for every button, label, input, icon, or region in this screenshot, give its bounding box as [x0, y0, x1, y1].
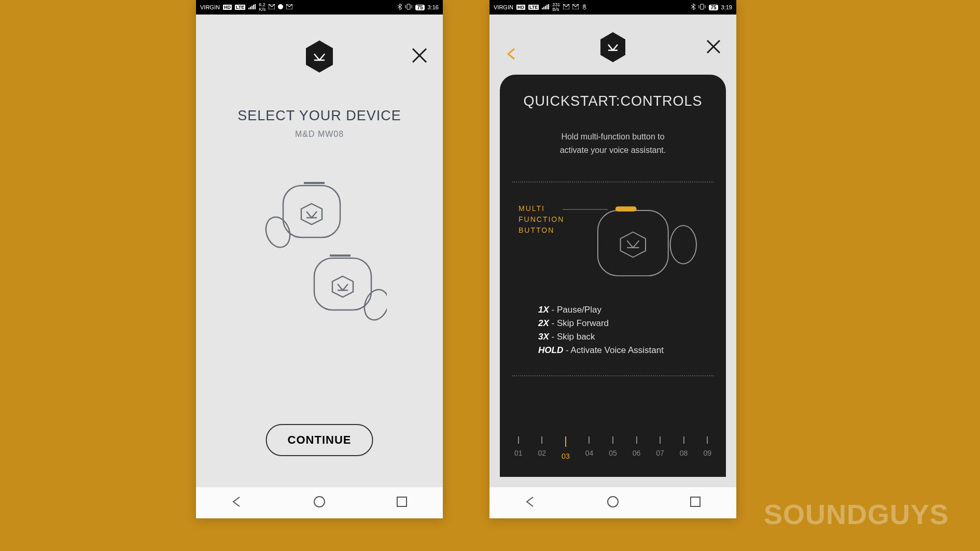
- continue-button[interactable]: CONTINUE: [266, 424, 373, 456]
- control-key: 2X: [538, 318, 549, 328]
- battery-level: 75: [709, 5, 718, 10]
- nav-home-button[interactable]: [606, 495, 620, 511]
- hand-icon: [582, 4, 587, 11]
- svg-rect-14: [598, 210, 668, 276]
- card-description: Hold multi-function button to activate y…: [560, 130, 666, 157]
- back-button[interactable]: [504, 47, 519, 63]
- status-left-cluster: VIRGIN HD LTE 231 B/s: [494, 3, 587, 12]
- svg-rect-11: [701, 4, 704, 9]
- divider: [512, 375, 713, 376]
- network-speed: 6.2 K/s: [259, 3, 265, 12]
- desc-line-1: Hold multi-function button to: [561, 132, 664, 141]
- hd-badge: HD: [516, 5, 525, 10]
- page-title: SELECT YOUR DEVICE: [196, 108, 443, 124]
- network-badge: LTE: [528, 5, 539, 10]
- page-label: 05: [609, 449, 617, 457]
- control-action: Skip back: [557, 332, 595, 342]
- clock-time: 3:16: [428, 4, 439, 10]
- nav-recent-button[interactable]: [689, 495, 702, 511]
- control-key: 1X: [538, 305, 549, 315]
- app-content: SELECT YOUR DEVICE M&D MW08: [196, 15, 443, 487]
- nav-back-button[interactable]: [524, 495, 537, 511]
- svg-marker-5: [301, 204, 322, 224]
- carrier-label: VIRGIN: [494, 4, 513, 10]
- gmail-icon: [572, 4, 579, 10]
- chat-icon: [278, 4, 283, 10]
- page-indicator-07[interactable]: 07: [656, 436, 664, 460]
- device-name: M&D MW08: [196, 130, 443, 139]
- page-label: 09: [703, 449, 711, 457]
- nav-home-button[interactable]: [313, 495, 326, 511]
- control-action: Skip Forward: [557, 318, 609, 328]
- status-right-cluster: 75 3:19: [691, 4, 732, 11]
- mfb-l3: BUTTON: [519, 226, 554, 234]
- svg-point-15: [670, 225, 696, 264]
- controls-list: 1X - Pause/Play 2X - Skip Forward 3X - S…: [512, 302, 713, 359]
- carrier-label: VIRGIN: [200, 4, 220, 10]
- card-title: QUICKSTART:CONTROLS: [523, 93, 702, 109]
- page-label: 04: [585, 449, 594, 457]
- hd-badge: HD: [223, 5, 232, 10]
- status-right-cluster: 75 3:16: [398, 4, 439, 11]
- control-action: Activate Voice Assistant: [570, 345, 664, 355]
- control-row: 2X - Skip Forward: [538, 318, 713, 329]
- battery-level: 75: [415, 5, 424, 10]
- svg-point-4: [262, 214, 294, 250]
- speed-unit: K/s: [259, 7, 265, 12]
- page-indicator-08[interactable]: 08: [680, 436, 688, 460]
- page-indicator-04[interactable]: 04: [585, 436, 594, 460]
- signal-icon: [542, 4, 549, 10]
- page-indicator-03[interactable]: 03: [562, 436, 570, 460]
- svg-rect-1: [407, 4, 410, 9]
- svg-rect-10: [397, 497, 407, 506]
- divider: [512, 181, 713, 182]
- multi-function-button-label: MULTI FUNCTION BUTTON: [519, 203, 564, 236]
- signal-icon: [248, 4, 256, 10]
- page-label: 02: [538, 449, 547, 457]
- page-label: 07: [656, 449, 664, 457]
- control-row: 3X - Skip back: [538, 332, 713, 342]
- mfb-l2: FUNCTION: [519, 215, 564, 223]
- nav-recent-button[interactable]: [395, 495, 409, 511]
- quickstart-card: QUICKSTART:CONTROLS Hold multi-function …: [500, 75, 726, 477]
- svg-rect-6: [314, 258, 371, 310]
- close-button[interactable]: [705, 38, 722, 57]
- page-indicator-01[interactable]: 01: [514, 436, 523, 460]
- desc-line-2: activate your voice assistant.: [560, 146, 666, 154]
- control-key: HOLD: [538, 345, 563, 355]
- page-indicator-06[interactable]: 06: [633, 436, 641, 460]
- network-speed: 231 B/s: [552, 3, 560, 12]
- page-label: 01: [514, 449, 523, 457]
- speed-unit: B/s: [552, 7, 559, 12]
- status-bar: VIRGIN HD LTE 6.2 K/s: [196, 0, 443, 15]
- control-row: 1X - Pause/Play: [538, 305, 713, 315]
- gmail-icon: [563, 4, 569, 10]
- nav-back-button[interactable]: [230, 495, 244, 511]
- control-row: HOLD - Activate Voice Assistant: [538, 345, 713, 356]
- page-indicator-02[interactable]: 02: [538, 436, 547, 460]
- watermark: SOUNDGUYS: [764, 498, 949, 530]
- bluetooth-icon: [691, 4, 695, 11]
- page-indicator-05[interactable]: 05: [609, 436, 617, 460]
- vibrate-icon: [405, 4, 412, 11]
- svg-point-18: [608, 497, 618, 507]
- pagination: 01 02 03 04 05 06 07 08 09: [512, 436, 713, 460]
- status-bar: VIRGIN HD LTE 231 B/s: [489, 0, 736, 15]
- gmail-icon: [269, 4, 275, 10]
- svg-rect-19: [691, 497, 700, 506]
- control-key: 3X: [538, 332, 549, 342]
- mfb-l1: MULTI: [519, 204, 545, 213]
- page-indicator-09[interactable]: 09: [703, 436, 711, 460]
- svg-marker-12: [600, 32, 625, 62]
- phone-screenshot-left: VIRGIN HD LTE 6.2 K/s: [196, 0, 443, 518]
- app-content: QUICKSTART:CONTROLS Hold multi-function …: [489, 15, 736, 487]
- svg-point-9: [314, 497, 325, 507]
- svg-marker-8: [332, 276, 353, 297]
- clock-time: 3:19: [721, 4, 732, 10]
- gmail-icon: [286, 4, 292, 10]
- page-label: 03: [562, 452, 570, 460]
- brand-logo-icon: [598, 31, 627, 65]
- close-button[interactable]: [411, 47, 428, 66]
- svg-marker-2: [306, 40, 333, 73]
- android-nav-bar: [196, 487, 443, 518]
